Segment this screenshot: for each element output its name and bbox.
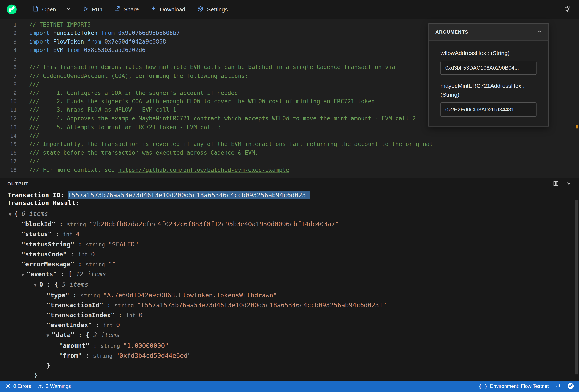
tree-token: string xyxy=(101,343,123,349)
arguments-title: ARGUMENTS xyxy=(435,29,468,35)
code-line[interactable]: 16/// state before the transaction was e… xyxy=(0,149,579,157)
code-text: import FlowToken from 0x7e60df042a9c0868 xyxy=(29,38,166,45)
arguments-panel: ARGUMENTS wflowAddressHex : (String)mayb… xyxy=(428,23,549,127)
json-tree: ▼{ 6 items"blockId" : string "2b28cbfb87… xyxy=(0,209,579,381)
json-tree-row: "errorMessage" : string "" xyxy=(7,259,579,269)
tree-token: 0 xyxy=(91,250,95,258)
code-line[interactable]: 17/// xyxy=(0,157,579,166)
tree-token: : xyxy=(43,281,54,288)
code-token: 0x8c5303eaa26202d6 xyxy=(84,47,145,54)
open-dropdown-button[interactable] xyxy=(63,4,74,15)
status-bar-left: 0 Errors 2 Warnings xyxy=(5,383,71,390)
code-editor[interactable]: 1// TESTNET IMPORTS2import FungibleToken… xyxy=(0,19,579,178)
errors-status[interactable]: 0 Errors xyxy=(5,383,31,390)
settings-label: Settings xyxy=(207,6,228,13)
tree-token: "transactionIndex" xyxy=(47,311,115,319)
code-text: /// xyxy=(29,81,40,88)
tree-token: "statusString" xyxy=(21,240,74,248)
code-token: /// state before the transaction was exe… xyxy=(29,149,258,156)
environment-status[interactable]: { } Environment: Flow Testnet xyxy=(478,383,549,389)
argument-input[interactable] xyxy=(441,61,537,75)
code-token: /// xyxy=(29,158,40,165)
theme-toggle-button[interactable] xyxy=(562,4,572,15)
code-text: /// state before the transaction was exe… xyxy=(29,149,258,156)
toolbar: Open Run Share Download Setti xyxy=(0,0,579,19)
code-text: /// 5. Attempts to mint an ERC721 token … xyxy=(29,124,221,130)
collapse-arrow-icon[interactable]: ▼ xyxy=(34,280,36,290)
tree-token: "from" xyxy=(59,352,82,359)
tree-token: "statusCode" xyxy=(21,250,67,258)
collapse-arrow-icon[interactable]: ▼ xyxy=(21,270,24,280)
tree-token: : xyxy=(57,270,69,278)
json-tree-row: } xyxy=(7,370,579,380)
tree-token: string xyxy=(86,241,108,247)
line-number: 1 xyxy=(0,22,17,27)
tree-token: "SEALED" xyxy=(108,240,138,248)
code-token: /// xyxy=(29,81,40,88)
arguments-fields: wflowAddressHex : (String)maybeMintERC72… xyxy=(429,41,548,126)
code-text: /// CadenceOwnedAccount (COA), performin… xyxy=(29,72,248,79)
line-number: 9 xyxy=(0,90,17,96)
collapse-arrow-icon[interactable]: ▼ xyxy=(9,210,11,219)
chevron-up-icon[interactable] xyxy=(536,29,542,35)
tree-token: [ xyxy=(68,270,72,278)
tree-token: "1.00000000" xyxy=(123,342,169,349)
code-text: /// 1. Configures a COA in the signer's … xyxy=(29,90,238,96)
json-tree-row: "transactionIndex" : int 0 xyxy=(7,310,579,320)
share-label: Share xyxy=(124,6,139,13)
code-link[interactable]: https://github.com/onflow/batched-evm-ex… xyxy=(118,167,289,173)
output-scrollbar[interactable] xyxy=(575,200,578,374)
run-label: Run xyxy=(92,6,103,13)
tree-token: int xyxy=(63,231,76,237)
app-window: Open Run Share Download Setti xyxy=(0,0,579,392)
settings-button[interactable]: Settings xyxy=(194,3,231,16)
tree-token: "transactionId" xyxy=(47,301,103,309)
warnings-status[interactable]: 2 Warnings xyxy=(38,383,71,390)
code-token: from xyxy=(98,30,118,36)
arguments-header[interactable]: ARGUMENTS xyxy=(429,23,548,41)
code-line[interactable]: 14/// xyxy=(0,131,579,140)
tree-token: 2 items xyxy=(90,332,120,339)
code-text: /// This transaction demonstrates how mu… xyxy=(29,64,395,71)
tree-token: { xyxy=(14,210,18,217)
flow-badge-button[interactable] xyxy=(568,383,574,390)
json-tree-row: "status" : int 4 xyxy=(7,229,579,239)
tree-token: : xyxy=(92,321,103,329)
tree-token: string xyxy=(67,222,89,227)
share-icon xyxy=(114,6,120,13)
open-label: Open xyxy=(42,6,56,13)
collapse-output-icon[interactable] xyxy=(566,180,572,187)
tree-token: } xyxy=(47,362,51,369)
flow-logo[interactable] xyxy=(7,4,17,14)
share-button[interactable]: Share xyxy=(111,3,142,15)
argument-input[interactable] xyxy=(441,103,537,117)
notifications-button[interactable] xyxy=(556,383,561,390)
json-tree-row: "statusCode" : int 0 xyxy=(7,249,579,259)
status-bar: 0 Errors 2 Warnings { } Environment: Flo… xyxy=(0,381,579,392)
json-tree-row: ▼{ 6 items xyxy=(7,209,579,219)
line-number: 16 xyxy=(0,150,17,156)
split-editor-icon[interactable] xyxy=(553,180,559,187)
tree-token: "f557a1573b76aa53e73d46f3e10d200d5c18a65… xyxy=(137,301,386,309)
tree-token: 0 xyxy=(139,311,143,319)
json-tree-row: "eventIndex" : int 0 xyxy=(7,320,579,330)
collapse-arrow-icon[interactable]: ▼ xyxy=(47,331,49,341)
tree-token: : xyxy=(115,311,126,319)
code-line[interactable]: 15/// Importantly, the transaction is re… xyxy=(0,140,579,149)
output-content: Transaction ID: f557a1573b76aa53e73d46f3… xyxy=(0,191,579,381)
bell-icon xyxy=(556,383,561,390)
tree-token: string xyxy=(93,353,116,359)
run-button[interactable]: Run xyxy=(79,3,106,15)
tree-token: "2b28cbfb87da2cfec4f0232c6f883f0f12c95b3… xyxy=(89,220,339,227)
tree-token: "events" xyxy=(27,270,57,278)
open-button[interactable]: Open xyxy=(29,3,59,15)
code-token: /// Importantly, the transaction is reve… xyxy=(29,141,433,148)
code-token: EVM xyxy=(53,47,64,54)
code-token: /// 4. Approves the example MaybeMintERC… xyxy=(29,115,416,122)
code-token: // TESTNET IMPORTS xyxy=(29,21,91,28)
code-line[interactable]: 18/// For more context, see https://gith… xyxy=(0,166,579,174)
download-button[interactable]: Download xyxy=(147,3,188,15)
tree-token: : xyxy=(82,352,93,359)
output-panel: OUTPUT Transaction ID: f557a1573b76aa53e… xyxy=(0,178,579,381)
flow-badge-icon xyxy=(568,383,574,390)
